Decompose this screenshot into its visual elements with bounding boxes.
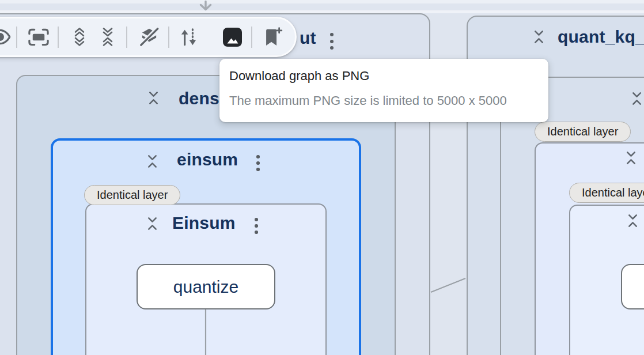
tooltip-subtitle: The maximum PNG size is limited to 5000 … — [229, 93, 507, 108]
collapse-all-icon[interactable] — [95, 24, 120, 50]
tooltip-title: Download graph as PNG — [229, 69, 369, 84]
op-node-quantize[interactable]: quantize — [137, 264, 275, 309]
layer-menu-icon[interactable] — [255, 154, 261, 172]
canvas-top-band — [0, 0, 644, 3]
layers-off-icon[interactable] — [137, 24, 162, 50]
identical-layer-badge: Identical layer — [535, 122, 631, 142]
identical-layer-badge-label: Identical layer — [582, 186, 644, 199]
layer-menu-icon[interactable] — [329, 32, 335, 51]
toolbar-separator — [168, 27, 169, 48]
image-icon-tile — [223, 28, 242, 47]
collapse-layer-icon[interactable] — [625, 150, 637, 166]
collapse-layer-icon[interactable] — [147, 90, 160, 106]
image-icon[interactable] — [219, 24, 245, 50]
model-graph-canvas[interactable]: ut dens einsum Identical layer Einsum qu… — [0, 0, 644, 355]
layer-title-outer-left[interactable]: ut — [300, 27, 316, 49]
collapse-layer-icon[interactable] — [146, 153, 158, 169]
layer-title-einsum[interactable]: einsum — [177, 149, 238, 171]
edge-arrowhead-down-icon — [198, 1, 213, 11]
toolbar-separator — [251, 27, 252, 48]
layer-menu-icon[interactable] — [253, 217, 259, 235]
identical-layer-badge-label: Identical layer — [547, 125, 618, 138]
expand-all-icon[interactable] — [67, 24, 92, 50]
toolbar-separator — [58, 27, 59, 48]
eye-icon[interactable] — [0, 24, 13, 50]
layer-title-dense[interactable]: dens — [179, 88, 219, 109]
collapse-layer-icon[interactable] — [627, 213, 639, 229]
collapse-layer-icon[interactable] — [631, 90, 643, 107]
identical-layer-badge: Identical layer — [569, 183, 644, 203]
canvas-gap-band — [0, 10, 644, 13]
fit-screen-icon[interactable] — [26, 24, 51, 50]
layer-title-quant[interactable]: quant_kq_ — [558, 26, 644, 48]
collapse-layer-icon[interactable] — [146, 216, 158, 232]
download-png-tooltip: Download graph as PNG The maximum PNG si… — [219, 59, 548, 122]
op-node-right[interactable] — [621, 264, 644, 309]
op-node-label: quantize — [173, 277, 238, 297]
layer-title-einsum-inner[interactable]: Einsum — [172, 212, 236, 234]
bookmark-add-icon[interactable] — [260, 24, 286, 50]
toolbar-separator — [126, 27, 127, 48]
arrows-vertical-icon[interactable] — [176, 24, 201, 50]
collapse-layer-icon[interactable] — [533, 29, 545, 45]
identical-layer-badge-label: Identical layer — [97, 188, 168, 202]
toolbar-separator — [16, 27, 17, 48]
identical-layer-badge: Identical layer — [84, 185, 180, 205]
